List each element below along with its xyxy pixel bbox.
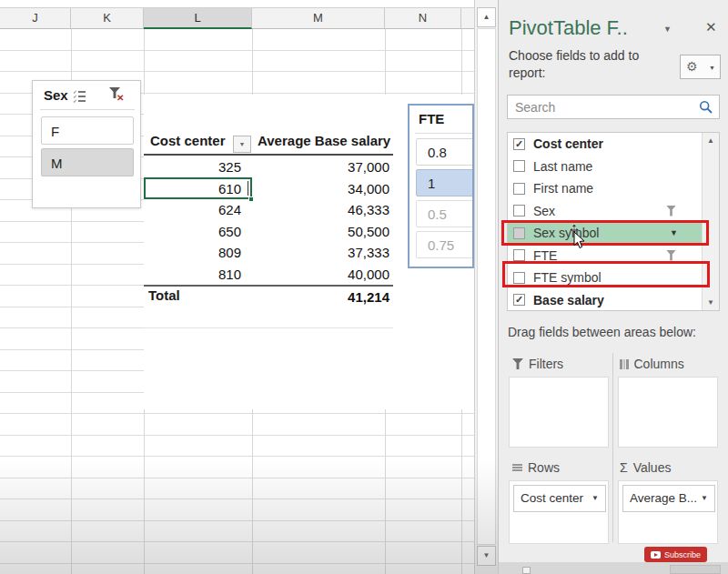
filters-drop-area[interactable]: [509, 377, 609, 448]
subscribe-button[interactable]: Subscribe: [644, 547, 707, 562]
slicer-item-0-75[interactable]: 0.75: [416, 231, 474, 258]
pivot-row-field-header[interactable]: Cost center: [150, 133, 226, 148]
pivot-cell[interactable]: 809: [144, 242, 247, 264]
field-row-sex[interactable]: Sex: [508, 200, 703, 223]
filter-icon: [666, 250, 676, 261]
checkbox-unchecked[interactable]: [513, 205, 525, 217]
chevron-down-icon[interactable]: ▼: [670, 228, 678, 237]
pivot-total-value: 41,214: [252, 287, 389, 308]
field-row-fte-symbol[interactable]: FTE symbol: [508, 267, 703, 289]
sex-slicer: Sex ✓ ✓ ✓ ✕ F M: [32, 80, 141, 208]
columns-drop-area[interactable]: [618, 377, 718, 448]
field-row-cost-center[interactable]: ✓ Cost center: [508, 133, 703, 156]
search-input[interactable]: [508, 96, 694, 118]
slicer-item-f[interactable]: F: [41, 116, 134, 145]
fill-handle[interactable]: [248, 196, 254, 202]
filter-icon: [666, 206, 676, 217]
rows-label: Rows: [528, 460, 560, 475]
close-icon[interactable]: ✕: [705, 19, 717, 35]
defer-checkbox-partial[interactable]: [522, 567, 531, 574]
areas-section: Filters Columns Rows Σ Values ▼ Cost cen…: [507, 351, 720, 546]
values-area-header: Σ Values: [620, 460, 671, 475]
pivot-cell[interactable]: 37,000: [252, 156, 389, 178]
pivot-cell[interactable]: 37,333: [252, 242, 389, 264]
multiselect-icon[interactable]: ✓ ✓ ✓: [73, 90, 86, 102]
pivot-filter-dropdown-button[interactable]: ▼: [233, 136, 251, 153]
defer-layout-strip: [499, 562, 728, 574]
scroll-down-button[interactable]: ▼: [477, 546, 496, 566]
values-field-pill[interactable]: ▼ Average B...: [622, 485, 715, 512]
areas-divider: [612, 353, 613, 542]
fte-slicer-title: FTE: [419, 111, 444, 126]
columns-icon: [620, 359, 629, 369]
checkbox-disabled[interactable]: [513, 227, 525, 239]
checkbox-unchecked[interactable]: [513, 249, 525, 261]
field-row-first-name[interactable]: First name: [508, 177, 703, 200]
tick: ✓: [73, 99, 77, 103]
slicer-item-m[interactable]: M: [41, 148, 134, 176]
sigma-icon: Σ: [620, 460, 628, 475]
filters-area-header: Filters: [512, 357, 563, 371]
column-header-l-selected[interactable]: L: [144, 8, 252, 29]
column-header-k[interactable]: K: [71, 8, 144, 28]
columns-area-header: Columns: [620, 357, 684, 371]
slicer-divider: [40, 109, 135, 110]
field-label: First name: [533, 181, 593, 196]
pivot-cell[interactable]: 50,500: [252, 221, 389, 243]
pane-options-caret-icon[interactable]: ▼: [663, 25, 672, 34]
rows-area-header: Rows: [512, 460, 560, 475]
checkbox-checked[interactable]: ✓: [513, 138, 525, 150]
worksheet: J K L M N Cost center ▼ Average Base sal…: [0, 0, 474, 574]
column-header-n[interactable]: N: [385, 8, 461, 28]
checkbox-unchecked[interactable]: [513, 272, 525, 284]
slicer-item-1[interactable]: 1: [416, 169, 474, 196]
choose-fields-label: Choose fields to add to report:: [509, 47, 659, 82]
search-icon: [699, 100, 713, 115]
rows-drop-area[interactable]: ▼ Cost center: [509, 480, 609, 544]
rows-field-pill[interactable]: ▼ Cost center: [513, 485, 606, 512]
field-label: Sex: [533, 204, 555, 218]
field-list-scrollbar[interactable]: ▲ ▼: [702, 133, 719, 310]
pivot-cell[interactable]: 624: [144, 199, 247, 221]
pivot-cell[interactable]: 325: [144, 156, 247, 178]
field-row-fte[interactable]: FTE: [508, 245, 703, 267]
field-row-sex-symbol-dragging[interactable]: Sex symbol ▼: [508, 222, 703, 245]
checkbox-unchecked[interactable]: [513, 160, 525, 172]
update-button-partial[interactable]: [670, 565, 721, 574]
field-search-box[interactable]: [507, 95, 720, 119]
values-drop-area[interactable]: ▼ Average B...: [618, 480, 718, 544]
pivot-cell[interactable]: 46,333: [252, 199, 389, 221]
field-list: ✓ Cost center Last name First name Sex S…: [507, 132, 720, 311]
field-label: Last name: [533, 159, 592, 174]
pivottable-fields-pane: PivotTable F.. ▼ ✕ Choose fields to add …: [498, 0, 728, 574]
slicer-item-0-5[interactable]: 0.5: [416, 200, 474, 227]
field-label: Cost center: [533, 136, 603, 151]
tools-button[interactable]: ⚙ ▼: [680, 55, 721, 79]
clear-filter-icon[interactable]: ✕: [109, 87, 127, 104]
formula-bar-edge: [0, 0, 474, 7]
checkbox-checked[interactable]: ✓: [513, 294, 525, 306]
sheet-vertical-scrollbar[interactable]: ▲ ▼: [474, 0, 498, 574]
column-header-j[interactable]: J: [0, 8, 71, 28]
pivot-cell[interactable]: 650: [144, 221, 247, 243]
gridline: [144, 327, 393, 328]
filter-icon: [512, 358, 523, 369]
pivot-value-field-header[interactable]: Average Base salary: [258, 133, 390, 148]
pivot-cell[interactable]: 34,000: [252, 178, 389, 200]
field-row-last-name[interactable]: Last name: [508, 156, 703, 178]
checkbox-unchecked[interactable]: [513, 183, 525, 195]
scrollbar-track[interactable]: [477, 28, 496, 545]
pivot-total-label: Total: [148, 287, 180, 303]
column-header-m[interactable]: M: [252, 8, 385, 28]
scroll-up-icon[interactable]: ▲: [703, 136, 719, 145]
field-row-base-salary[interactable]: ✓ Base salary: [508, 289, 703, 312]
pivot-cell[interactable]: 40,000: [252, 264, 389, 286]
slicer-item-0-8[interactable]: 0.8: [416, 138, 474, 166]
values-label: Values: [633, 460, 672, 475]
fte-slicer: FTE 0.8 1 0.5 0.75: [408, 104, 474, 268]
pivot-header-underline: [144, 154, 393, 156]
scroll-down-icon[interactable]: ▼: [703, 298, 719, 307]
scroll-up-button[interactable]: ▲: [477, 7, 496, 27]
pivot-cell[interactable]: 810: [144, 264, 247, 286]
field-label: FTE symbol: [533, 270, 602, 285]
